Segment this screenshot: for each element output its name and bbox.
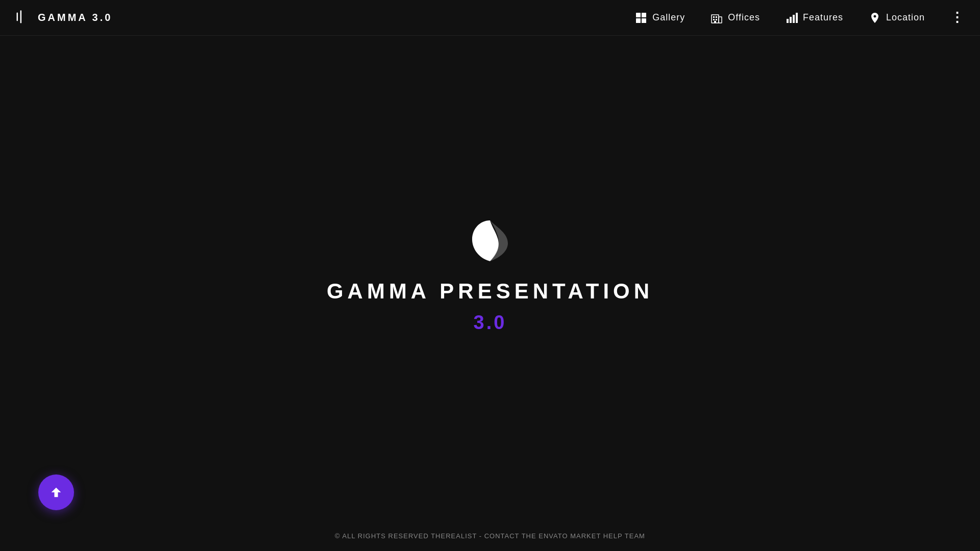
svg-rect-9	[716, 16, 717, 18]
svg-rect-5	[642, 18, 646, 23]
scroll-to-top-button[interactable]	[38, 474, 74, 510]
center-logo-icon	[470, 218, 510, 264]
nav-label-location: Location	[886, 12, 925, 23]
nav-item-features[interactable]: Features	[786, 12, 843, 24]
svg-rect-15	[793, 15, 795, 23]
svg-rect-2	[636, 13, 641, 17]
header: GAMMA 3.0 Gallery Offices	[0, 0, 980, 36]
nav-label-offices: Offices	[728, 12, 760, 23]
footer-text: © ALL RIGHTS RESERVED THEREALIST - CONTA…	[335, 532, 645, 540]
svg-rect-11	[716, 19, 717, 20]
svg-rect-7	[719, 17, 722, 23]
nav-label-features: Features	[803, 12, 843, 23]
svg-rect-13	[787, 19, 789, 23]
nav-label-gallery: Gallery	[652, 12, 685, 23]
svg-rect-4	[636, 18, 641, 23]
logo-text: GAMMA 3.0	[38, 12, 112, 23]
svg-rect-12	[714, 21, 716, 23]
svg-rect-16	[796, 13, 798, 23]
nav-item-offices[interactable]: Offices	[710, 12, 760, 24]
arrow-up-icon	[49, 485, 63, 499]
svg-rect-8	[713, 16, 715, 18]
footer: © ALL RIGHTS RESERVED THEREALIST - CONTA…	[0, 520, 980, 551]
main-title: GAMMA PRESENTATION	[327, 279, 653, 304]
nav-item-location[interactable]: Location	[869, 12, 925, 24]
header-left: GAMMA 3.0	[15, 10, 112, 26]
svg-rect-14	[790, 17, 792, 23]
svg-rect-3	[642, 13, 646, 17]
offices-icon	[710, 12, 723, 24]
header-nav: Gallery Offices Features	[635, 10, 965, 26]
location-icon	[869, 12, 881, 24]
svg-rect-10	[713, 19, 715, 20]
logo-icon	[11, 7, 32, 28]
gallery-icon	[635, 12, 647, 24]
more-menu-button[interactable]: ⋮	[950, 10, 965, 26]
nav-item-gallery[interactable]: Gallery	[635, 12, 685, 24]
main-version: 3.0	[474, 312, 507, 334]
svg-line-1	[14, 13, 21, 20]
main-content: GAMMA PRESENTATION 3.0	[0, 0, 980, 551]
features-icon	[786, 12, 798, 24]
